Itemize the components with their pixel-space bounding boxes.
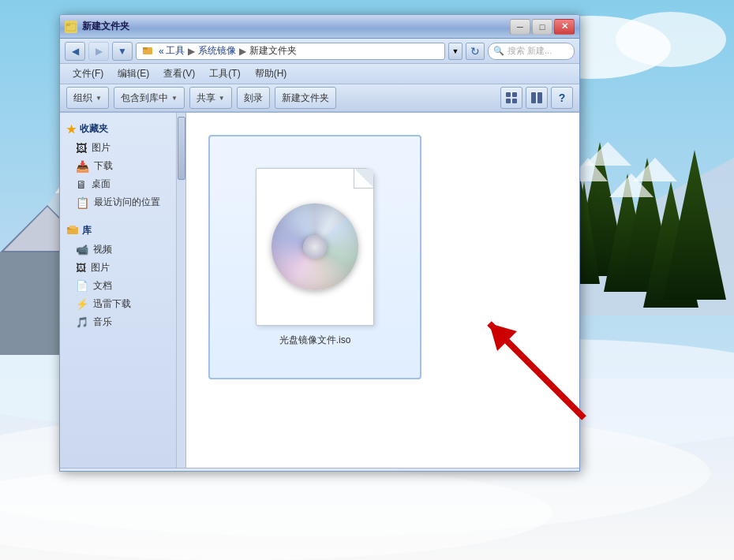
window-controls: ─ □ ✕: [510, 19, 575, 35]
include-library-label: 包含到库中: [121, 91, 168, 105]
new-folder-button[interactable]: 新建文件夹: [275, 87, 336, 109]
pictures-label: 图片: [92, 141, 110, 155]
star-icon: ★: [66, 123, 77, 136]
organize-label: 组织: [73, 91, 92, 105]
new-folder-label: 新建文件夹: [282, 91, 329, 105]
svg-rect-35: [506, 92, 511, 97]
sidebar-item-music[interactable]: 🎵 音乐: [60, 313, 185, 331]
path-part1: «: [159, 46, 164, 57]
sidebar-item-recent[interactable]: 📋 最近访问的位置: [60, 193, 185, 211]
iso-file-page-icon: [256, 168, 374, 326]
file-area: 光盘镜像文件.iso: [186, 113, 579, 468]
burn-label: 刻录: [244, 91, 263, 105]
forward-button[interactable]: ▶: [88, 42, 109, 61]
favorites-label: 收藏夹: [80, 122, 108, 136]
downloads-icon: 📥: [76, 160, 89, 173]
title-bar: 新建文件夹 ─ □ ✕: [60, 15, 579, 39]
burn-button[interactable]: 刻录: [237, 87, 270, 109]
sidebar-item-downloads[interactable]: 📥 下载: [60, 157, 185, 175]
path-folder-icon: [141, 45, 154, 58]
svg-rect-43: [69, 226, 76, 229]
iso-file-item[interactable]: 光盘镜像文件.iso: [208, 135, 421, 379]
library-folder-icon: [66, 224, 79, 237]
iso-file-name: 光盘镜像文件.iso: [279, 334, 351, 347]
path-part-current: 新建文件夹: [249, 44, 297, 58]
restore-button[interactable]: □: [532, 19, 552, 35]
back-button[interactable]: ◀: [65, 42, 85, 61]
desktop: 新建文件夹 ─ □ ✕ ◀ ▶ ▼ «: [0, 0, 734, 560]
share-button[interactable]: 共享 ▼: [189, 87, 232, 109]
sidebar-item-documents[interactable]: 📄 文档: [60, 277, 185, 295]
video-icon: 📹: [76, 244, 88, 256]
menu-help[interactable]: 帮助(H): [249, 65, 294, 82]
sidebar: ★ 收藏夹 🖼 图片 📥 下载 🖥 桌面: [60, 113, 186, 468]
library-label: 库: [82, 224, 92, 237]
desktop-label: 桌面: [92, 177, 110, 191]
path-part-tool[interactable]: 工具: [166, 44, 185, 58]
toolbar-right: ?: [500, 87, 573, 109]
svg-point-5: [616, 12, 726, 67]
svg-rect-40: [537, 92, 542, 103]
path-part-system[interactable]: 系统镜像: [198, 44, 236, 58]
lib-pictures-icon: 🖼: [76, 262, 86, 274]
menu-view[interactable]: 查看(V): [157, 65, 201, 82]
sidebar-item-library-pictures[interactable]: 🖼 图片: [60, 259, 185, 277]
refresh-button[interactable]: ↻: [466, 43, 485, 60]
include-dropdown-arrow: ▼: [171, 95, 178, 102]
sidebar-library: 库 📹 视频 🖼 图片 📄 文档 ⚡: [60, 221, 185, 331]
search-box[interactable]: 🔍 搜索 新建...: [488, 43, 575, 60]
menu-tools[interactable]: 工具(T): [203, 65, 246, 82]
menu-edit[interactable]: 编辑(E): [111, 65, 155, 82]
path-separator-1: ▶: [188, 46, 195, 57]
recent-label: 最近访问的位置: [94, 196, 160, 209]
desktop-icon: 🖥: [76, 178, 87, 191]
recent-button[interactable]: ▼: [112, 42, 133, 61]
documents-label: 文档: [93, 279, 112, 293]
svg-rect-37: [506, 99, 511, 103]
window-icon: [65, 21, 77, 33]
sidebar-scrollbar[interactable]: [176, 113, 185, 468]
thunder-label: 迅雷下载: [93, 297, 131, 311]
window-title: 新建文件夹: [82, 20, 510, 33]
sidebar-item-video[interactable]: 📹 视频: [60, 241, 185, 259]
menu-file[interactable]: 文件(F): [66, 65, 110, 82]
sidebar-favorites: ★ 收藏夹 🖼 图片 📥 下载 🖥 桌面: [60, 119, 185, 211]
view-grid-button[interactable]: [500, 87, 522, 109]
scrollbar-thumb[interactable]: [178, 117, 185, 180]
svg-rect-34: [143, 47, 148, 50]
svg-rect-32: [66, 24, 70, 26]
address-path[interactable]: « 工具 ▶ 系统镜像 ▶ 新建文件夹: [136, 43, 445, 60]
status-bar: 1 个对象: [60, 468, 579, 472]
explorer-window: 新建文件夹 ─ □ ✕ ◀ ▶ ▼ «: [59, 14, 580, 472]
close-button[interactable]: ✕: [554, 19, 575, 35]
menu-bar: 文件(F) 编辑(E) 查看(V) 工具(T) 帮助(H): [60, 64, 579, 84]
address-dropdown-button[interactable]: ▼: [448, 43, 462, 60]
sidebar-favorites-header: ★ 收藏夹: [60, 119, 185, 139]
minimize-button[interactable]: ─: [510, 19, 530, 35]
organize-button[interactable]: 组织 ▼: [66, 87, 109, 109]
documents-icon: 📄: [76, 280, 88, 292]
music-label: 音乐: [93, 315, 112, 329]
search-icon: 🔍: [493, 46, 504, 56]
svg-rect-38: [512, 99, 517, 103]
content-area: ★ 收藏夹 🖼 图片 📥 下载 🖥 桌面: [60, 113, 579, 468]
recent-icon: 📋: [76, 196, 89, 209]
svg-rect-39: [531, 92, 536, 103]
sidebar-item-desktop[interactable]: 🖥 桌面: [60, 175, 185, 193]
sidebar-item-pictures[interactable]: 🖼 图片: [60, 139, 185, 157]
video-label: 视频: [93, 243, 112, 256]
thunder-icon: ⚡: [76, 298, 88, 310]
help-button[interactable]: ?: [551, 87, 573, 109]
sidebar-item-thunder[interactable]: ⚡ 迅雷下载: [60, 295, 185, 313]
path-separator-2: ▶: [239, 46, 246, 57]
include-library-button[interactable]: 包含到库中 ▼: [114, 87, 185, 109]
organize-dropdown-arrow: ▼: [95, 95, 102, 102]
cd-disc-icon: [272, 203, 358, 290]
pictures-icon: 🖼: [76, 142, 87, 155]
toolbar: 组织 ▼ 包含到库中 ▼ 共享 ▼ 刻录 新建文件夹: [60, 84, 579, 113]
view-pane-button[interactable]: [526, 87, 548, 109]
svg-rect-36: [512, 92, 517, 97]
path-text: « 工具 ▶ 系统镜像 ▶ 新建文件夹: [141, 44, 297, 58]
status-folder-icon: [69, 470, 87, 472]
sidebar-library-header: 库: [60, 221, 185, 241]
